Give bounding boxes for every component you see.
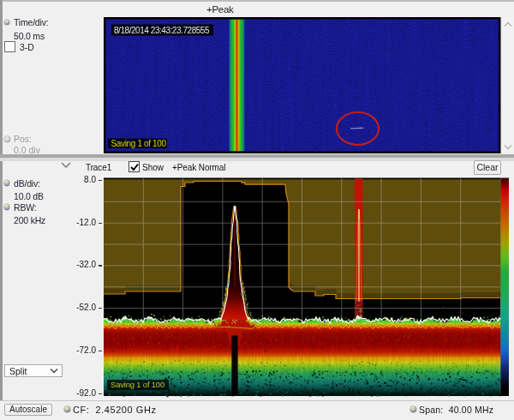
- svg-text:Saving 1 of 100: Saving 1 of 100: [111, 380, 164, 389]
